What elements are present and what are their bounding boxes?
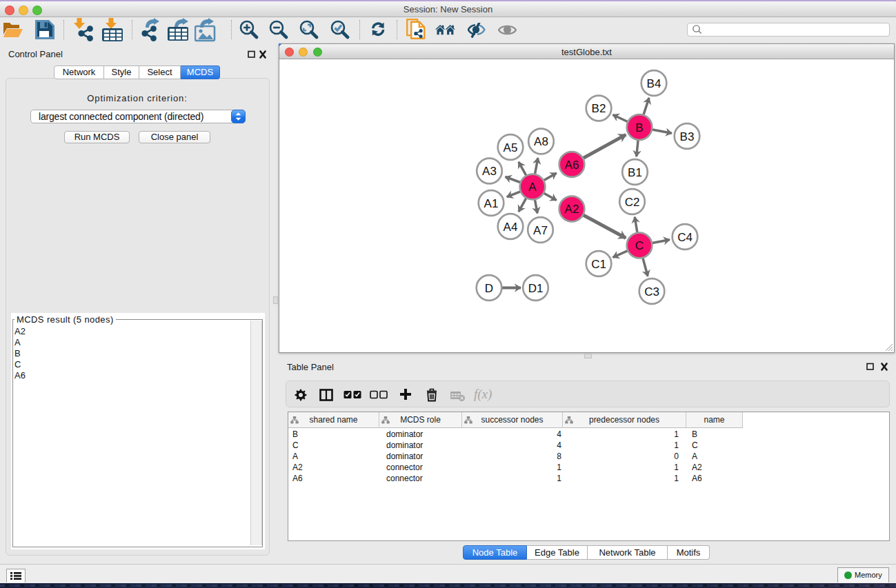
svg-text:B1: B1 [628,166,642,179]
svg-text:C1: C1 [591,258,606,271]
svg-text:A1: A1 [484,197,499,210]
svg-text:B2: B2 [592,102,606,115]
svg-text:A3: A3 [482,165,497,178]
svg-text:D1: D1 [528,282,544,295]
svg-text:A7: A7 [533,224,548,237]
svg-text:A4: A4 [504,221,518,234]
svg-text:B3: B3 [680,130,695,143]
svg-text:A: A [528,181,537,194]
svg-text:B: B [635,121,643,134]
svg-text:C4: C4 [677,231,693,244]
svg-text:A8: A8 [534,135,548,148]
svg-text:D: D [485,282,493,295]
svg-text:A6: A6 [565,159,579,172]
svg-text:C2: C2 [625,196,640,209]
svg-text:C: C [635,239,644,252]
svg-text:A5: A5 [504,141,518,154]
svg-text:A2: A2 [565,203,579,216]
svg-text:B4: B4 [647,77,661,90]
svg-text:C3: C3 [644,285,659,298]
